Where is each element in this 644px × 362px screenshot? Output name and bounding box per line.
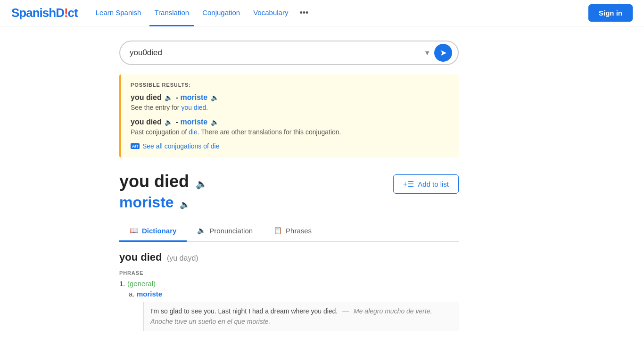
main-translation-speaker-icon[interactable]: 🔈 xyxy=(180,200,190,209)
header-right: Sign in xyxy=(588,4,633,22)
nav-vocabulary[interactable]: Vocabulary xyxy=(248,0,293,26)
pronunciation-speaker-icon: 🔈 xyxy=(197,226,206,235)
dict-example-en: I'm so glad to see you. Last night I had… xyxy=(150,307,338,315)
dict-sense-category: (general) xyxy=(127,280,156,288)
tab-dictionary-label: Dictionary xyxy=(142,227,176,235)
dict-pos-label: PHRASE xyxy=(119,270,459,276)
dict-sense-letter-a: a. xyxy=(129,290,135,298)
tabs: 📖 Dictionary 🔈 Pronunciation 📋 Phrases xyxy=(119,221,459,242)
sign-in-button[interactable]: Sign in xyxy=(588,4,633,22)
book-icon: 📖 xyxy=(130,226,139,235)
tab-pronunciation[interactable]: 🔈 Pronunciation xyxy=(187,221,263,242)
dict-sense-word[interactable]: moriste xyxy=(137,290,162,298)
dict-headword-row: you died (yu dayd) xyxy=(119,251,459,263)
dict-headword: you died xyxy=(119,251,162,263)
result-row-1: you died 🔈 - moriste 🔈 See the entry for… xyxy=(131,93,449,111)
add-to-list-button[interactable]: +☰ Add to list xyxy=(393,174,459,194)
tab-pronunciation-label: Pronunciation xyxy=(209,227,253,235)
dropdown-chevron-icon[interactable]: ▼ xyxy=(420,49,434,57)
result-note-2: Past conjugation of die. There are other… xyxy=(131,128,449,136)
possible-results-box: POSSIBLE RESULTS: you died 🔈 - moriste 🔈… xyxy=(119,74,459,157)
result-phrase-2: you died xyxy=(131,118,162,126)
dict-example: I'm so glad to see you. Last night I had… xyxy=(143,302,459,331)
logo-text2: ct xyxy=(68,6,78,20)
main-phrase: you died xyxy=(119,172,189,191)
dict-phonetic: (yu dayd) xyxy=(167,254,198,262)
speaker-icon-2[interactable]: 🔈 xyxy=(165,118,173,126)
add-to-list-icon: +☰ xyxy=(403,180,414,189)
nav-more-button[interactable]: ••• xyxy=(297,8,311,18)
tab-dictionary[interactable]: 📖 Dictionary xyxy=(119,221,187,242)
main-phrase-speaker-icon[interactable]: 🔈 xyxy=(196,179,207,189)
result-sub-1: See the entry for you died. xyxy=(131,104,449,111)
result-translation-1[interactable]: moriste xyxy=(180,93,207,101)
dict-sense-sub-a: a. moriste I'm so glad to see you. Last … xyxy=(129,290,459,331)
speaker-icon-2b[interactable]: 🔈 xyxy=(211,118,219,126)
search-input[interactable] xyxy=(130,48,420,58)
nav-conjugation[interactable]: Conjugation xyxy=(198,0,245,26)
possible-results-label: POSSIBLE RESULTS: xyxy=(131,82,449,88)
translation-result: you died 🔈 +☰ Add to list moriste 🔈 xyxy=(119,172,459,211)
search-button[interactable]: ➤ xyxy=(434,44,452,62)
result-dash-2: - xyxy=(176,118,181,126)
logo-excl: ! xyxy=(64,6,68,20)
result-dash-1: - xyxy=(176,93,181,101)
result-phrase-1: you died xyxy=(131,93,162,101)
main-content: ▼ ➤ POSSIBLE RESULTS: you died 🔈 - moris… xyxy=(110,26,534,350)
nav-links: Learn Spanish Translation Conjugation Vo… xyxy=(91,0,312,26)
result-translation-2[interactable]: moriste xyxy=(180,118,207,126)
nav-translation[interactable]: Translation xyxy=(149,0,194,26)
main-phrase-row: you died 🔈 +☰ Add to list xyxy=(119,172,459,194)
arrow-right-icon: ➤ xyxy=(440,48,447,58)
result-row-2: you died 🔈 - moriste 🔈 Past conjugation … xyxy=(131,118,449,136)
add-to-list-label: Add to list xyxy=(418,180,449,188)
see-conjugations-label: See all conjugations of die xyxy=(142,142,219,150)
tab-phrases-label: Phrases xyxy=(286,227,312,235)
tab-phrases[interactable]: 📋 Phrases xyxy=(263,221,322,242)
logo: SpanishD!ct xyxy=(11,6,78,20)
dict-sense-number: 1. xyxy=(119,280,125,288)
dict-sense-1: 1. (general) a. moriste I'm so glad to s… xyxy=(119,280,459,331)
phrases-list-icon: 📋 xyxy=(273,226,282,235)
main-translation-row: moriste 🔈 xyxy=(119,194,459,211)
logo-text1: SpanishD xyxy=(11,6,64,20)
main-phrase-group: you died 🔈 xyxy=(119,172,207,191)
main-translation-text: moriste xyxy=(119,194,174,211)
dictionary-content: you died (yu dayd) PHRASE 1. (general) a… xyxy=(119,251,459,331)
search-bar: ▼ ➤ xyxy=(119,41,459,65)
die-link[interactable]: die xyxy=(189,128,198,136)
nav-learn-spanish[interactable]: Learn Spanish xyxy=(91,0,146,26)
dict-example-dash: — xyxy=(342,307,349,315)
see-conjugations-link[interactable]: AR See all conjugations of die xyxy=(131,142,449,150)
header: SpanishD!ct Learn Spanish Translation Co… xyxy=(0,0,644,26)
result-sub-link-1[interactable]: you died xyxy=(181,104,206,111)
speaker-icon-1[interactable]: 🔈 xyxy=(165,94,173,101)
conjugation-icon: AR xyxy=(131,143,140,149)
speaker-icon-1b[interactable]: 🔈 xyxy=(211,94,219,101)
